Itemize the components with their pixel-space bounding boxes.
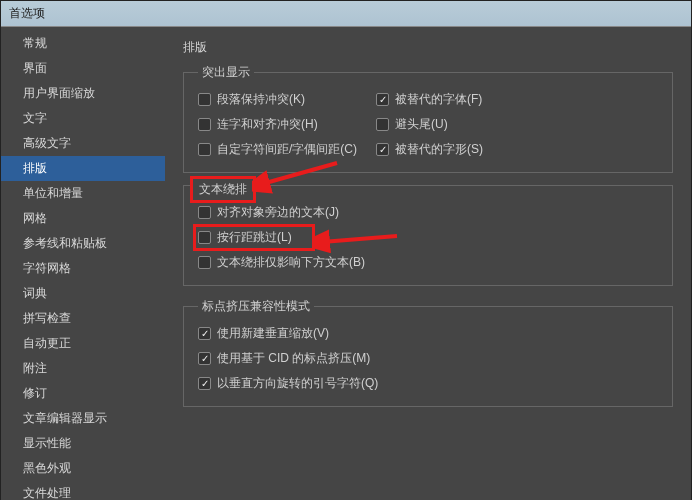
highlight-box-legend: 文本绕排 bbox=[190, 176, 256, 203]
main-groups-compat-opt-1[interactable]: 使用基于 CID 的标点挤压(M) bbox=[198, 350, 658, 367]
main-groups-wrap-opt-0[interactable]: 对齐对象旁边的文本(J) bbox=[198, 204, 658, 221]
main-panel: 排版 突出显示 段落保持冲突(K)被替代的字体(F)连字和对齐冲突(H)避头尾(… bbox=[165, 27, 691, 500]
sidebar-item-16[interactable]: 显示性能 bbox=[1, 431, 165, 456]
main-groups-highlight-opt-1[interactable]: 被替代的字体(F) bbox=[376, 91, 536, 108]
main-groups-compat-label-2: 以垂直方向旋转的引号字符(Q) bbox=[217, 375, 378, 392]
sidebar-item-2[interactable]: 用户界面缩放 bbox=[1, 81, 165, 106]
main-groups-wrap-label-0: 对齐对象旁边的文本(J) bbox=[217, 204, 339, 221]
sidebar-item-3[interactable]: 文字 bbox=[1, 106, 165, 131]
sidebar-item-5[interactable]: 排版 bbox=[1, 156, 165, 181]
sidebar-item-0[interactable]: 常规 bbox=[1, 31, 165, 56]
sidebar-item-1[interactable]: 界面 bbox=[1, 56, 165, 81]
main-groups-highlight-checkbox-4[interactable] bbox=[198, 143, 211, 156]
main-groups-highlight-opt-4[interactable]: 自定字符间距/字偶间距(C) bbox=[198, 141, 368, 158]
sidebar-item-10[interactable]: 词典 bbox=[1, 281, 165, 306]
main-groups-wrap-opt-1[interactable]: 按行距跳过(L) bbox=[198, 229, 658, 246]
sidebar-item-14[interactable]: 修订 bbox=[1, 381, 165, 406]
main-groups-compat-checkbox-2[interactable] bbox=[198, 377, 211, 390]
sidebar-item-17[interactable]: 黑色外观 bbox=[1, 456, 165, 481]
main-groups-wrap-opt-2[interactable]: 文本绕排仅影响下方文本(B) bbox=[198, 254, 658, 271]
main-groups-highlight-opt-2[interactable]: 连字和对齐冲突(H) bbox=[198, 116, 368, 133]
main-groups-highlight-label-4: 自定字符间距/字偶间距(C) bbox=[217, 141, 357, 158]
main-groups-highlight-checkbox-1[interactable] bbox=[376, 93, 389, 106]
main-groups-highlight-label-5: 被替代的字形(S) bbox=[395, 141, 483, 158]
main-groups-compat-label-0: 使用新建垂直缩放(V) bbox=[217, 325, 329, 342]
main-groups-wrap-checkbox-0[interactable] bbox=[198, 206, 211, 219]
main-groups-compat-label-1: 使用基于 CID 的标点挤压(M) bbox=[217, 350, 370, 367]
group-highlight-legend: 突出显示 bbox=[198, 64, 254, 81]
group-wrap: 文本绕排 对齐对象旁边的文本(J)按行距跳过(L)文本绕排仅影响下方文本(B) bbox=[183, 185, 673, 286]
sidebar-item-8[interactable]: 参考线和粘贴板 bbox=[1, 231, 165, 256]
preferences-window: 首选项 常规界面用户界面缩放文字高级文字排版单位和增量网格参考线和粘贴板字符网格… bbox=[0, 0, 692, 500]
main-groups-highlight-label-0: 段落保持冲突(K) bbox=[217, 91, 305, 108]
main-groups-wrap-label-1: 按行距跳过(L) bbox=[217, 229, 292, 246]
main-groups-highlight-opt-3[interactable]: 避头尾(U) bbox=[376, 116, 536, 133]
group-wrap-legend: 文本绕排 bbox=[199, 182, 247, 196]
group-highlight: 突出显示 段落保持冲突(K)被替代的字体(F)连字和对齐冲突(H)避头尾(U)自… bbox=[183, 64, 673, 173]
sidebar-item-12[interactable]: 自动更正 bbox=[1, 331, 165, 356]
group-compat-legend: 标点挤压兼容性模式 bbox=[198, 298, 314, 315]
sidebar-item-6[interactable]: 单位和增量 bbox=[1, 181, 165, 206]
sidebar-item-15[interactable]: 文章编辑器显示 bbox=[1, 406, 165, 431]
main-groups-wrap-label-2: 文本绕排仅影响下方文本(B) bbox=[217, 254, 365, 271]
sidebar-item-7[interactable]: 网格 bbox=[1, 206, 165, 231]
main-groups-highlight-checkbox-2[interactable] bbox=[198, 118, 211, 131]
main-groups-highlight-label-2: 连字和对齐冲突(H) bbox=[217, 116, 318, 133]
sidebar-item-13[interactable]: 附注 bbox=[1, 356, 165, 381]
sidebar: 常规界面用户界面缩放文字高级文字排版单位和增量网格参考线和粘贴板字符网格词典拼写… bbox=[1, 27, 165, 500]
group-compat: 标点挤压兼容性模式 使用新建垂直缩放(V)使用基于 CID 的标点挤压(M)以垂… bbox=[183, 298, 673, 407]
main-groups-highlight-checkbox-0[interactable] bbox=[198, 93, 211, 106]
page-title: 排版 bbox=[183, 39, 673, 56]
sidebar-item-11[interactable]: 拼写检查 bbox=[1, 306, 165, 331]
sidebar-item-18[interactable]: 文件处理 bbox=[1, 481, 165, 500]
main-groups-compat-checkbox-0[interactable] bbox=[198, 327, 211, 340]
main-groups-highlight-label-3: 避头尾(U) bbox=[395, 116, 448, 133]
sidebar-item-4[interactable]: 高级文字 bbox=[1, 131, 165, 156]
main-groups-highlight-opt-5[interactable]: 被替代的字形(S) bbox=[376, 141, 536, 158]
main-groups-wrap-checkbox-1[interactable] bbox=[198, 231, 211, 244]
main-groups-highlight-checkbox-5[interactable] bbox=[376, 143, 389, 156]
main-groups-highlight-label-1: 被替代的字体(F) bbox=[395, 91, 482, 108]
main-groups-compat-checkbox-1[interactable] bbox=[198, 352, 211, 365]
main-groups-highlight-checkbox-3[interactable] bbox=[376, 118, 389, 131]
window-title: 首选项 bbox=[1, 1, 691, 27]
sidebar-item-9[interactable]: 字符网格 bbox=[1, 256, 165, 281]
window-body: 常规界面用户界面缩放文字高级文字排版单位和增量网格参考线和粘贴板字符网格词典拼写… bbox=[1, 27, 691, 500]
main-groups-compat-opt-2[interactable]: 以垂直方向旋转的引号字符(Q) bbox=[198, 375, 658, 392]
main-groups-compat-opt-0[interactable]: 使用新建垂直缩放(V) bbox=[198, 325, 658, 342]
main-groups-highlight-opt-0[interactable]: 段落保持冲突(K) bbox=[198, 91, 368, 108]
main-groups-wrap-checkbox-2[interactable] bbox=[198, 256, 211, 269]
